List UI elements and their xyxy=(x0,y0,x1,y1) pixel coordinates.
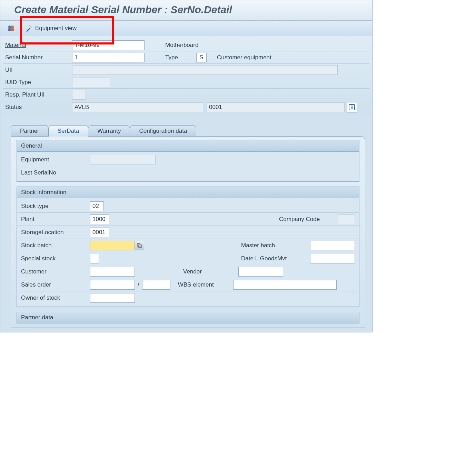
row-iuid-type: IUID Type xyxy=(3,76,369,89)
date-goodsmvt-field[interactable] xyxy=(310,254,355,263)
tab-strip: Partner SerData Warranty Configuration d… xyxy=(11,125,365,137)
sales-order-separator: / xyxy=(135,281,142,288)
master-batch-field[interactable] xyxy=(310,241,355,250)
owner-label: Owner of stock xyxy=(21,294,90,301)
equipment-field xyxy=(90,155,156,164)
svg-point-7 xyxy=(31,27,32,28)
plant-label: Plant xyxy=(21,216,90,223)
row-material: Material Motherboard xyxy=(3,39,369,51)
stock-batch-valuehelp-button[interactable] xyxy=(135,241,144,250)
row-special-stock: Special stock Date L.GoodsMvt xyxy=(17,252,359,265)
toolbar: Equipment view xyxy=(0,21,372,36)
svg-rect-4 xyxy=(26,28,30,32)
sales-order-label: Sales order xyxy=(21,281,90,288)
company-code-label: Company Code xyxy=(279,216,338,223)
wbs-label: WBS element xyxy=(178,281,233,288)
sales-order-field[interactable] xyxy=(90,280,135,290)
stock-type-label: Stock type xyxy=(21,203,90,210)
svg-point-2 xyxy=(11,26,14,28)
tab-configdata[interactable]: Configuration data xyxy=(130,125,196,137)
sales-order-item-field[interactable] xyxy=(142,280,170,290)
resp-plant-field xyxy=(72,90,86,100)
master-batch-label: Master batch xyxy=(241,242,310,249)
tab-area: Partner SerData Warranty Configuration d… xyxy=(0,115,372,332)
row-status: Status xyxy=(3,101,369,113)
tab-partner[interactable]: Partner xyxy=(11,125,49,137)
material-description: Motherboard xyxy=(162,40,202,50)
vendor-label: Vendor xyxy=(183,268,238,275)
storage-location-field[interactable] xyxy=(90,228,109,237)
svg-point-5 xyxy=(30,26,31,27)
last-serial-label: Last SerialNo xyxy=(21,169,90,176)
partners-icon-button[interactable] xyxy=(6,23,16,33)
tab-warranty[interactable]: Warranty xyxy=(88,125,130,137)
row-storage-location: StorageLocation xyxy=(17,226,359,239)
serial-label: Serial Number xyxy=(3,53,72,62)
row-sales-order: Sales order / WBS element xyxy=(17,278,359,291)
group-partner-data: Partner data xyxy=(17,312,359,323)
type-label: Type xyxy=(162,53,196,62)
tab-panel-serdata: General Equipment Last SerialNo Stock in… xyxy=(11,136,365,328)
info-icon xyxy=(348,104,355,111)
svg-rect-3 xyxy=(11,28,14,31)
equipment-view-label: Equipment view xyxy=(35,25,77,32)
svg-rect-9 xyxy=(351,106,353,107)
row-stock-type: Stock type xyxy=(17,200,359,213)
equipment-label: Equipment xyxy=(21,156,90,163)
plant-field[interactable] xyxy=(90,214,109,224)
status-number-field xyxy=(207,102,345,112)
stock-batch-label: Stock batch xyxy=(21,242,90,249)
type-description: Customer equipment xyxy=(214,53,275,62)
row-equipment: Equipment xyxy=(17,153,359,166)
row-serial: Serial Number Type Customer equipment xyxy=(3,51,369,64)
uii-label: UII xyxy=(3,65,72,75)
type-field[interactable] xyxy=(196,53,207,62)
status-info-button[interactable] xyxy=(347,102,357,112)
group-general: General Equipment Last SerialNo xyxy=(17,140,359,182)
material-field[interactable] xyxy=(72,40,145,50)
iuid-type-field xyxy=(72,78,110,87)
material-label[interactable]: Material xyxy=(3,40,72,50)
svg-point-6 xyxy=(29,25,30,26)
equipment-view-button[interactable]: Equipment view xyxy=(23,23,80,33)
page-title: Create Material Serial Number : SerNo.De… xyxy=(0,0,372,21)
special-stock-field[interactable] xyxy=(90,254,99,263)
special-stock-label: Special stock xyxy=(21,255,90,262)
stock-type-field[interactable] xyxy=(90,201,104,211)
owner-field[interactable] xyxy=(90,293,135,303)
status-field xyxy=(72,102,203,112)
row-plant: Plant Company Code xyxy=(17,213,359,226)
customer-field[interactable] xyxy=(90,267,135,277)
customer-label: Customer xyxy=(21,268,90,275)
wbs-field[interactable] xyxy=(233,280,337,290)
magic-wand-icon xyxy=(25,24,32,32)
group-partner-data-title: Partner data xyxy=(17,312,359,323)
status-label: Status xyxy=(3,102,72,112)
group-stock-info: Stock information Stock type Plant Compa… xyxy=(17,187,359,307)
row-stock-batch: Stock batch Master batch xyxy=(17,239,359,252)
resp-plant-label: Resp. Plant UII xyxy=(3,90,72,100)
stock-batch-field[interactable] xyxy=(90,241,135,250)
svg-rect-10 xyxy=(351,107,353,109)
row-last-serial: Last SerialNo xyxy=(17,166,359,179)
row-owner: Owner of stock xyxy=(17,291,359,304)
group-stock-title: Stock information xyxy=(17,187,359,198)
valuehelp-icon xyxy=(137,243,142,248)
company-code-field xyxy=(338,214,355,224)
row-uii: UII xyxy=(3,64,369,76)
header-form: Material Motherboard Serial Number Type … xyxy=(0,36,372,115)
uii-field xyxy=(72,65,338,75)
storage-location-label: StorageLocation xyxy=(21,229,90,236)
iuid-type-label: IUID Type xyxy=(3,78,72,87)
vendor-field[interactable] xyxy=(238,267,283,277)
svg-point-0 xyxy=(8,26,11,28)
toolbar-separator xyxy=(20,23,20,33)
group-general-title: General xyxy=(17,140,359,152)
row-resp-plant: Resp. Plant UII xyxy=(3,89,369,101)
app-window: Create Material Serial Number : SerNo.De… xyxy=(0,0,373,332)
serial-field[interactable] xyxy=(72,53,145,62)
date-goodsmvt-label: Date L.GoodsMvt xyxy=(241,255,310,262)
tab-serdata[interactable]: SerData xyxy=(48,125,88,137)
row-customer: Customer Vendor xyxy=(17,265,359,278)
